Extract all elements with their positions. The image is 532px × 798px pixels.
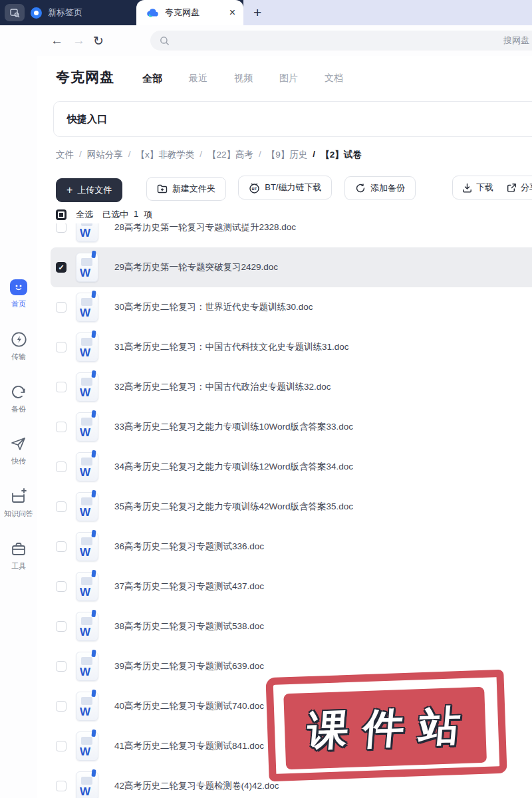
word-doc-icon: W [76, 732, 98, 761]
search-input[interactable]: 搜网盘 [150, 31, 532, 51]
breadcrumb-separator: / [313, 149, 315, 161]
file-row[interactable]: W 28高考历史第一轮复习专题测试提升2328.doc [51, 223, 532, 247]
word-doc-letter: W [80, 546, 90, 559]
home-smile-icon [10, 279, 27, 295]
word-doc-icon: W [76, 612, 98, 641]
file-name[interactable]: 38高考历史二轮复习专题测试538.doc [114, 620, 264, 632]
refresh-icon[interactable]: ↻ [93, 33, 104, 49]
add-backup-button[interactable]: 添加备份 [344, 176, 416, 200]
breadcrumb-item-4[interactable]: 【9】历史 [267, 149, 308, 161]
breadcrumb-item-0[interactable]: 文件 [56, 149, 74, 161]
row-checkbox[interactable] [56, 422, 66, 432]
new-folder-label: 新建文件夹 [172, 183, 215, 195]
row-checkbox[interactable] [56, 223, 66, 233]
row-checkbox[interactable] [56, 581, 66, 592]
file-name[interactable]: 30高考历史二轮复习：世界近代史专题训练30.doc [114, 301, 313, 313]
word-doc-letter: W [80, 227, 90, 240]
back-icon[interactable]: ← [51, 33, 63, 48]
sidebar-item-backup[interactable]: 备份 [0, 384, 37, 414]
share-button[interactable]: 分享 [507, 182, 532, 194]
file-name[interactable]: 42高考历史二轮复习专题检测卷(4)42.doc [114, 780, 279, 792]
view-tab-0[interactable]: 全部 [142, 72, 162, 85]
breadcrumb-item-2[interactable]: 【x】非教学类 [136, 149, 195, 161]
quick-entry-card[interactable]: 快捷入口 [53, 101, 532, 137]
file-name[interactable]: 28高考历史第一轮复习专题测试提升2328.doc [114, 223, 296, 233]
select-all-label[interactable]: 全选 [76, 209, 93, 221]
row-checkbox[interactable] [56, 541, 66, 552]
word-doc-letter: W [80, 267, 90, 280]
download-button[interactable]: 下载 [462, 182, 493, 194]
view-tab-2[interactable]: 视频 [234, 72, 253, 85]
word-doc-icon: W [76, 372, 98, 402]
new-folder-button[interactable]: 新建文件夹 [146, 177, 226, 201]
file-row[interactable]: W 32高考历史二轮复习：中国古代政治史专题训练32.doc [51, 367, 532, 407]
row-checkbox[interactable] [56, 382, 66, 392]
view-tab-3[interactable]: 图片 [279, 72, 298, 85]
word-doc-letter: W [80, 706, 90, 719]
file-row[interactable]: W 36高考历史二轮复习专题测试336.doc [51, 527, 532, 567]
file-name[interactable]: 32高考历史二轮复习：中国古代政治史专题训练32.doc [114, 381, 331, 393]
word-doc-icon: W [76, 253, 98, 282]
sidebar-item-tools[interactable]: 工具 [0, 541, 37, 571]
tab-search-button[interactable] [5, 4, 25, 21]
sidebar-item-label: 知识问答 [4, 509, 33, 519]
new-tab-button[interactable]: + [253, 5, 261, 21]
tab-label: 新标签页 [48, 7, 82, 19]
sidebar-item-quicksend[interactable]: 快传 [0, 436, 37, 466]
breadcrumb-item-1[interactable]: 网站分享 [87, 149, 123, 161]
browser-tab-newtab[interactable]: 新标签页 [31, 0, 82, 25]
file-name[interactable]: 36高考历史二轮复习专题测试336.doc [114, 541, 264, 553]
stamp-text: 课件站 [293, 697, 477, 759]
sidebar-item-label: 传输 [11, 352, 26, 362]
breadcrumb-item-3[interactable]: 【22】高考 [207, 149, 253, 161]
upload-file-button[interactable]: + 上传文件 [56, 178, 122, 202]
file-name[interactable]: 41高考历史二轮复习专题测试841.doc [114, 740, 264, 752]
file-name[interactable]: 34高考历史二轮复习之能力专项训练12Word版含答案34.doc [114, 461, 353, 473]
row-checkbox[interactable] [56, 462, 66, 472]
word-doc-letter: W [80, 386, 90, 400]
file-name[interactable]: 31高考历史二轮复习：中国古代科技文化史专题训练31.doc [114, 341, 349, 353]
row-checkbox[interactable] [56, 701, 66, 712]
file-row[interactable]: W 30高考历史二轮复习：世界近代史专题训练30.doc [51, 287, 532, 327]
backup-sync-icon [10, 384, 27, 400]
tab-close-icon[interactable]: × [229, 7, 235, 18]
sidebar-item-knowledge-qa[interactable]: 知识问答 [0, 488, 37, 519]
sidebar-item-label: 备份 [11, 404, 26, 414]
view-tab-4[interactable]: 文档 [325, 72, 343, 85]
file-name[interactable]: 33高考历史二轮复习之能力专项训练10Word版含答案33.doc [114, 421, 353, 433]
bt-magnet-download-button[interactable]: BT BT/磁力链下载 [238, 176, 332, 200]
file-row[interactable]: W 38高考历史二轮复习专题测试538.doc [51, 606, 532, 646]
row-checkbox[interactable] [56, 781, 66, 791]
file-name[interactable]: 40高考历史二轮复习专题测试740.doc [114, 700, 264, 712]
row-checkbox[interactable] [56, 342, 66, 352]
file-row[interactable]: W 31高考历史二轮复习：中国古代科技文化史专题训练31.doc [51, 327, 532, 367]
row-checkbox[interactable] [56, 302, 66, 313]
word-doc-icon: W [76, 692, 98, 721]
row-checkbox[interactable] [56, 621, 66, 632]
tab-label: 夸克网盘 [165, 7, 223, 19]
sidebar-item-label: 工具 [11, 561, 26, 571]
sidebar-item-home[interactable]: 首页 [0, 279, 37, 309]
file-row[interactable]: W 37高考历史二轮复习专题测试437.doc [51, 567, 532, 606]
file-row[interactable]: W 34高考历史二轮复习之能力专项训练12Word版含答案34.doc [51, 447, 532, 487]
file-row[interactable]: W 35高考历史二轮复习之能力专项训练42Word版含答案35.doc [51, 487, 532, 527]
file-name[interactable]: 35高考历史二轮复习之能力专项训练42Word版含答案35.doc [114, 501, 353, 513]
file-row[interactable]: W 33高考历史二轮复习之能力专项训练10Word版含答案33.doc [51, 407, 532, 447]
row-checkbox[interactable] [56, 741, 66, 751]
file-name[interactable]: 37高考历史二轮复习专题测试437.doc [114, 581, 264, 593]
app-window: 新标签页 夸克网盘 × + ← → ↻ 搜网盘 [0, 0, 532, 798]
quark-logo-icon [146, 7, 159, 18]
word-doc-letter: W [80, 346, 90, 360]
browser-tab-quark[interactable]: 夸克网盘 × [136, 0, 243, 25]
selected-count: 1 [134, 209, 138, 221]
file-row[interactable]: W 29高考历史第一轮专题突破复习2429.doc [51, 247, 532, 287]
row-checkbox[interactable] [56, 501, 66, 512]
view-tab-1[interactable]: 最近 [189, 72, 207, 85]
row-checkbox[interactable] [56, 262, 66, 273]
row-checkbox[interactable] [56, 661, 66, 672]
word-doc-letter: W [80, 466, 90, 479]
select-all-checkbox[interactable] [56, 209, 66, 220]
file-name[interactable]: 29高考历史第一轮专题突破复习2429.doc [114, 261, 278, 273]
file-name[interactable]: 39高考历史二轮复习专题测试639.doc [114, 660, 264, 672]
sidebar-item-transfer[interactable]: 传输 [0, 331, 37, 362]
